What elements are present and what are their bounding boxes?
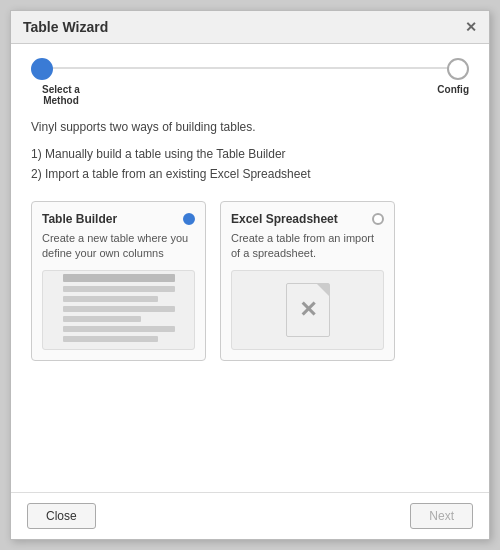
table-mock-row-3 <box>63 306 175 312</box>
card-header-excel: Excel Spreadsheet <box>231 212 384 226</box>
radio-excel[interactable] <box>372 213 384 225</box>
method-card-excel[interactable]: Excel Spreadsheet Create a table from an… <box>220 201 395 361</box>
excel-file-icon: ✕ <box>286 283 330 337</box>
table-mock-row-header <box>63 274 175 282</box>
card-preview-table-builder <box>42 270 195 350</box>
card-desc-excel: Create a table from an import of a sprea… <box>231 231 384 262</box>
dialog-footer: Close Next <box>11 492 489 539</box>
steps-list: 1) Manually build a table using the Tabl… <box>31 144 469 185</box>
method-card-table-builder[interactable]: Table Builder Create a new table where y… <box>31 201 206 361</box>
dialog-body: Vinyl supports two ways of building tabl… <box>11 106 489 492</box>
table-mock-row-6 <box>63 336 158 342</box>
close-button[interactable]: Close <box>27 503 96 529</box>
excel-x-letter: ✕ <box>299 297 317 323</box>
table-mock-row-5 <box>63 326 175 332</box>
card-header-table-builder: Table Builder <box>42 212 195 226</box>
table-wizard-dialog: Table Wizard ✕ Select a Method Config Vi… <box>10 10 490 540</box>
table-mock-row-4 <box>63 316 141 322</box>
radio-table-builder[interactable] <box>183 213 195 225</box>
method-cards: Table Builder Create a new table where y… <box>31 201 469 361</box>
step-item-2: 2) Import a table from an existing Excel… <box>31 164 469 184</box>
next-button[interactable]: Next <box>410 503 473 529</box>
step-item-1: 1) Manually build a table using the Tabl… <box>31 144 469 164</box>
close-x-button[interactable]: ✕ <box>465 20 477 34</box>
step-label-select-method: Select a Method <box>31 84 91 106</box>
step-label-config: Config <box>409 84 469 106</box>
wizard-steps <box>11 44 489 80</box>
card-title-excel: Excel Spreadsheet <box>231 212 338 226</box>
card-preview-excel: ✕ <box>231 270 384 350</box>
card-desc-table-builder: Create a new table where you define your… <box>42 231 195 262</box>
table-preview-inner <box>59 270 179 350</box>
table-mock-row-2 <box>63 296 158 302</box>
intro-text: Vinyl supports two ways of building tabl… <box>31 120 469 134</box>
card-title-table-builder: Table Builder <box>42 212 117 226</box>
step-dot-config[interactable] <box>447 58 469 80</box>
table-mock-row-1 <box>63 286 175 292</box>
step-dot-select-method[interactable] <box>31 58 53 80</box>
dialog-title-bar: Table Wizard ✕ <box>11 11 489 44</box>
step-line <box>43 67 457 69</box>
step-labels: Select a Method Config <box>11 80 489 106</box>
dialog-title: Table Wizard <box>23 19 108 35</box>
